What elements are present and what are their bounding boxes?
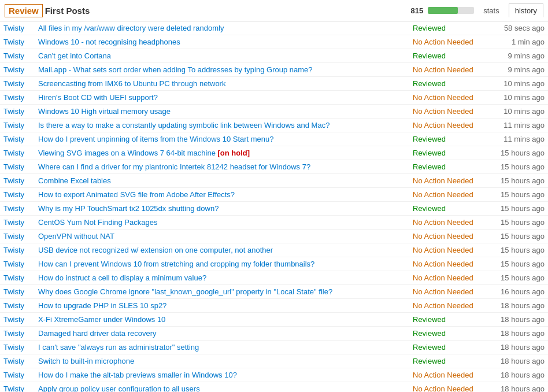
title-link[interactable]: Can't get into Cortana: [38, 51, 111, 60]
user-cell: Twisty: [0, 160, 35, 174]
title-cell: Hiren's Boot CD with UEFI support?: [35, 91, 409, 105]
user-link[interactable]: Twisty: [3, 218, 24, 227]
table-row: TwistyOpenVPN without NATNo Action Neede…: [0, 230, 548, 243]
user-link[interactable]: Twisty: [3, 357, 24, 365]
title-link[interactable]: OpenVPN without NAT: [38, 232, 114, 241]
user-link[interactable]: Twisty: [3, 135, 24, 143]
user-link[interactable]: Twisty: [3, 65, 24, 74]
title-cell: Apply group policy user configuration to…: [35, 382, 409, 393]
user-cell: Twisty: [0, 271, 35, 285]
title-link[interactable]: Viewing SVG images on a Windows 7 64-bit…: [38, 149, 250, 157]
tab-history[interactable]: history: [509, 3, 543, 17]
status-cell: Reviewed: [409, 202, 490, 216]
table-row: TwistyHow do I prevent unpinning of item…: [0, 132, 548, 146]
on-hold-badge: [on hold]: [217, 149, 250, 157]
user-link[interactable]: Twisty: [3, 79, 24, 88]
table-row: TwistyApply group policy user configurat…: [0, 382, 548, 393]
user-link[interactable]: Twisty: [3, 38, 24, 46]
status-badge: Reviewed: [413, 343, 446, 352]
header-right: 815 stats history: [411, 3, 543, 17]
status-badge: No Action Needed: [413, 371, 473, 379]
title-cell: Mail.app - What sets sort order when add…: [35, 63, 409, 77]
time-cell: 18 hours ago: [490, 313, 548, 327]
user-link[interactable]: Twisty: [3, 315, 24, 324]
table-row: TwistyWhy is my HP TouchSmart tx2 1025dx…: [0, 202, 548, 216]
table-row: TwistyMail.app - What sets sort order wh…: [0, 63, 548, 77]
status-cell: Reviewed: [409, 313, 490, 327]
title-cell: How to upgrade PHP in SLES 10 sp2?: [35, 299, 409, 313]
user-link[interactable]: Twisty: [3, 51, 24, 60]
user-link[interactable]: Twisty: [3, 246, 24, 254]
time-cell: 18 hours ago: [490, 299, 548, 313]
title-link[interactable]: Mail.app - What sets sort order when add…: [38, 65, 313, 74]
user-link[interactable]: Twisty: [3, 121, 24, 130]
user-link[interactable]: Twisty: [3, 301, 24, 310]
title-link[interactable]: How can I prevent Windows 10 from stretc…: [38, 260, 314, 268]
title-link[interactable]: Apply group policy user configuration to…: [38, 384, 200, 392]
title-link[interactable]: USB device not recognized w/ extension o…: [38, 246, 273, 254]
time-cell: 9 mins ago: [490, 49, 548, 63]
title-link[interactable]: How do I prevent unpinning of items from…: [38, 135, 274, 143]
title-link[interactable]: How do instruct a cell to display a mini…: [38, 273, 206, 282]
title-link[interactable]: Hiren's Boot CD with UEFI support?: [38, 93, 158, 102]
status-badge: No Action Needed: [413, 260, 473, 268]
title-cell: X-Fi XtremeGamer under Windows 10: [35, 313, 409, 327]
status-cell: Reviewed: [409, 21, 490, 35]
title-link[interactable]: How do I make the alt-tab previews small…: [38, 371, 237, 379]
status-badge: Reviewed: [413, 329, 446, 338]
status-cell: Reviewed: [409, 49, 490, 63]
review-label: Review: [5, 4, 43, 17]
status-cell: No Action Needed: [409, 91, 490, 105]
user-link[interactable]: Twisty: [3, 93, 24, 102]
table-row: TwistyHow to export Animated SVG file fr…: [0, 188, 548, 202]
user-cell: Twisty: [0, 257, 35, 271]
title-link[interactable]: Why is my HP TouchSmart tx2 1025dx shutt…: [38, 204, 219, 213]
title-link[interactable]: Why does Google Chrome ignore "last_know…: [38, 287, 332, 296]
user-link[interactable]: Twisty: [3, 232, 24, 241]
title-link[interactable]: Combine Excel tables: [38, 176, 111, 185]
title-link[interactable]: I can't save "always run as administrato…: [38, 343, 199, 352]
time-cell: 15 hours ago: [490, 188, 548, 202]
tab-stats[interactable]: stats: [479, 4, 503, 17]
title-link[interactable]: Screencasting from IMX6 to Ubuntu PC thr…: [38, 79, 225, 88]
status-cell: No Action Needed: [409, 368, 490, 382]
user-link[interactable]: Twisty: [3, 260, 24, 268]
title-link[interactable]: Is there a way to make a constantly upda…: [38, 121, 329, 130]
user-link[interactable]: Twisty: [3, 190, 24, 199]
user-link[interactable]: Twisty: [3, 287, 24, 296]
user-link[interactable]: Twisty: [3, 371, 24, 379]
user-link[interactable]: Twisty: [3, 384, 24, 392]
user-cell: Twisty: [0, 119, 35, 132]
review-table: TwistyAll files in my /var/www directory…: [0, 21, 548, 392]
status-badge: No Action Needed: [413, 65, 473, 74]
title-link[interactable]: Windows 10 - not recognising headphones: [38, 38, 180, 46]
user-link[interactable]: Twisty: [3, 204, 24, 213]
user-link[interactable]: Twisty: [3, 149, 24, 157]
user-cell: Twisty: [0, 49, 35, 63]
title-link[interactable]: All files in my /var/www directory were …: [38, 24, 224, 32]
title-link[interactable]: Damaged hard driver data recovery: [38, 329, 157, 338]
time-cell: 15 hours ago: [490, 146, 548, 160]
user-link[interactable]: Twisty: [3, 273, 24, 282]
user-link[interactable]: Twisty: [3, 176, 24, 185]
title-cell: How do instruct a cell to display a mini…: [35, 271, 409, 285]
user-link[interactable]: Twisty: [3, 343, 24, 352]
status-badge: No Action Needed: [413, 176, 473, 185]
title-link[interactable]: X-Fi XtremeGamer under Windows 10: [38, 315, 165, 324]
title-link[interactable]: Windows 10 High virtual memory usage: [38, 107, 171, 116]
status-badge: No Action Needed: [413, 232, 473, 241]
user-cell: Twisty: [0, 91, 35, 105]
user-link[interactable]: Twisty: [3, 107, 24, 116]
user-link[interactable]: Twisty: [3, 24, 24, 32]
user-link[interactable]: Twisty: [3, 162, 24, 171]
title-link[interactable]: Switch to built-in microphone: [38, 357, 134, 365]
title-link[interactable]: CentOS Yum Not Finding Packages: [38, 218, 157, 227]
status-badge: No Action Needed: [413, 190, 473, 199]
status-cell: No Action Needed: [409, 174, 490, 188]
title-cell: I can't save "always run as administrato…: [35, 341, 409, 354]
title-link[interactable]: How to upgrade PHP in SLES 10 sp2?: [38, 301, 166, 310]
title-cell: Switch to built-in microphone: [35, 354, 409, 368]
user-link[interactable]: Twisty: [3, 329, 24, 338]
title-link[interactable]: Where can I find a driver for my plantro…: [38, 162, 310, 171]
title-link[interactable]: How to export Animated SVG file from Ado…: [38, 190, 235, 199]
